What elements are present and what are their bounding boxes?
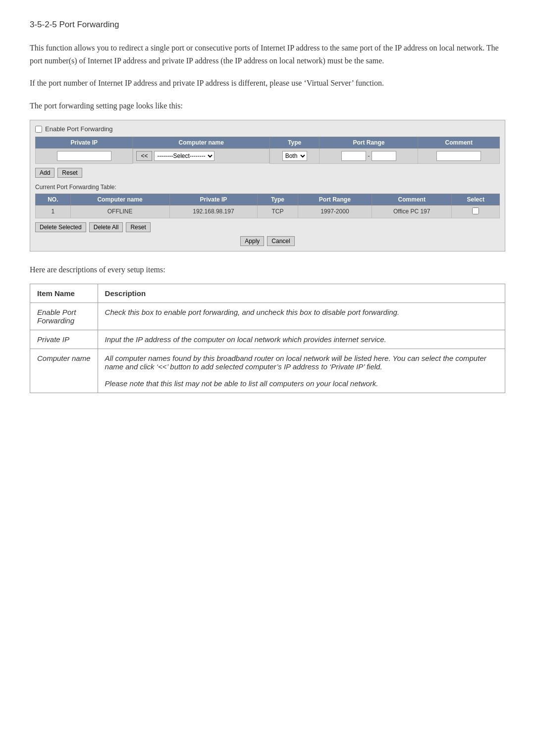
col2-private-ip: Private IP [169, 194, 258, 205]
col-type: Type [269, 137, 320, 149]
desc-col-item-name: Item Name [30, 284, 98, 303]
row-type: TCP [258, 205, 298, 218]
row-checkbox[interactable] [472, 207, 479, 214]
enable-port-label-line2: Forwarding [37, 316, 74, 325]
col2-comment: Comment [372, 194, 452, 205]
delete-selected-button[interactable]: Delete Selected [35, 222, 86, 232]
desc-enable-port-text: Check this box to enable port forwarding… [98, 303, 505, 330]
desc-item-private-ip: Private IP [30, 330, 98, 349]
page-title: 3-5-2-5 Port Forwarding [30, 20, 505, 30]
apply-button[interactable]: Apply [240, 236, 264, 246]
reset-button[interactable]: Reset [57, 168, 82, 178]
table-row: 1 OFFLINE 192.168.98.197 TCP 1997-2000 O… [36, 205, 500, 218]
delete-all-button[interactable]: Delete All [89, 222, 123, 232]
desc-computer-name-text: All computer names found by this broadba… [98, 349, 505, 393]
enable-port-forwarding-label: Enable Port Forwarding [45, 125, 113, 133]
desc-row-enable-port: Enable Port Forwarding Check this box to… [30, 303, 505, 330]
port-range-end-input[interactable] [372, 151, 396, 161]
computer-name-desc-para1: All computer names found by this broadba… [105, 354, 486, 371]
desc-row-computer-name: Computer name All computer names found b… [30, 349, 505, 393]
port-forwarding-input-table: Private IP Computer name Type Port Range… [35, 137, 500, 164]
col-port-range: Port Range [320, 137, 418, 149]
add-reset-row: Add Reset [35, 168, 500, 178]
current-table-label: Current Port Forwarding Table: [35, 184, 500, 191]
row-comment: Office PC 197 [372, 205, 452, 218]
private-ip-label: Private IP [37, 335, 69, 344]
col2-no: NO. [36, 194, 71, 205]
current-port-forwarding-table: NO. Computer name Private IP Type Port R… [35, 194, 500, 218]
desc-item-enable-port: Enable Port Forwarding [30, 303, 98, 330]
comment-input[interactable] [436, 151, 481, 161]
col2-type: Type [258, 194, 298, 205]
desc-private-ip-text: Input the IP address of the computer on … [98, 330, 505, 349]
desc-row-private-ip: Private IP Input the IP address of the c… [30, 330, 505, 349]
col-computer-name: Computer name [133, 137, 269, 149]
description-table: Item Name Description Enable Port Forwar… [30, 284, 505, 393]
add-button[interactable]: Add [35, 168, 54, 178]
select-computer-button[interactable]: << [136, 151, 152, 161]
enable-port-forwarding-row: Enable Port Forwarding [35, 125, 500, 133]
desc-item-computer-name: Computer name [30, 349, 98, 393]
row-no: 1 [36, 205, 71, 218]
port-forwarding-box: Enable Port Forwarding Private IP Comput… [30, 120, 505, 252]
intro-paragraph-2: If the port number of Internet IP addres… [30, 77, 505, 90]
intro-paragraph-1: This function allows you to redirect a s… [30, 42, 505, 67]
col2-select: Select [452, 194, 500, 205]
bottom-buttons-row: Delete Selected Delete All Reset [35, 222, 500, 232]
enable-port-forwarding-checkbox[interactable] [35, 126, 42, 133]
row-computer-name: OFFLINE [70, 205, 169, 218]
col2-port-range: Port Range [298, 194, 372, 205]
reset2-button[interactable]: Reset [126, 222, 150, 232]
port-forwarding-input-row: << --------Select-------- Both TCP UDP - [36, 149, 500, 164]
computer-name-desc-para2: Please note that this list may not be ab… [105, 379, 378, 388]
cancel-button[interactable]: Cancel [267, 236, 294, 246]
private-ip-input[interactable] [57, 151, 111, 161]
col2-computer-name: Computer name [70, 194, 169, 205]
row-select-checkbox[interactable] [452, 205, 500, 218]
here-descriptions-label: Here are descriptions of every setup ite… [30, 263, 505, 276]
enable-port-label-line1: Enable Port [37, 308, 76, 316]
apply-cancel-row: Apply Cancel [35, 236, 500, 246]
port-range-separator: - [368, 152, 370, 159]
col-private-ip: Private IP [36, 137, 133, 149]
desc-col-description: Description [98, 284, 505, 303]
type-select[interactable]: Both TCP UDP [282, 151, 307, 161]
row-port-range: 1997-2000 [298, 205, 372, 218]
computer-name-select[interactable]: --------Select-------- [154, 151, 214, 161]
computer-name-label: Computer name [37, 354, 91, 362]
row-private-ip: 192.168.98.197 [169, 205, 258, 218]
col-comment: Comment [418, 137, 500, 149]
port-range-start-input[interactable] [341, 151, 366, 161]
intro-paragraph-3: The port forwarding setting page looks l… [30, 100, 505, 112]
